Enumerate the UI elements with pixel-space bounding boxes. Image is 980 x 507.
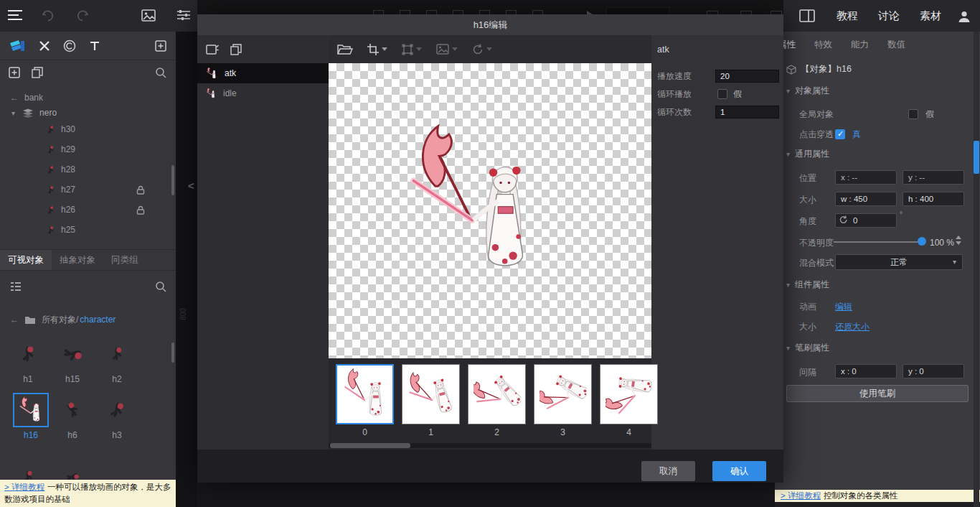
image-panel-icon[interactable]: [141, 9, 156, 22]
breadcrumb-current[interactable]: character: [80, 315, 116, 325]
frame-thumb-4[interactable]: [600, 364, 658, 424]
new-animation-icon[interactable]: [206, 44, 219, 55]
sprite-cell[interactable]: h6: [50, 393, 95, 440]
tree-group-row[interactable]: ▾ nero: [0, 105, 176, 121]
dialog-title-bar[interactable]: h16编辑: [197, 14, 783, 35]
field-label: 不透明度: [799, 237, 834, 249]
position-x-input[interactable]: x : --: [835, 170, 897, 185]
lock-icon: [136, 205, 145, 215]
filmstrip-scrollbar-track[interactable]: [329, 443, 651, 448]
section-title: 笔刷属性: [795, 342, 829, 354]
right-scrollbar-track[interactable]: [974, 32, 979, 507]
tree-item[interactable]: h26: [0, 200, 176, 220]
section-component-properties[interactable]: 组件属性: [786, 279, 829, 291]
breadcrumb-root[interactable]: 所有对象/: [42, 314, 78, 326]
rotate-tool[interactable]: [472, 44, 492, 55]
opacity-slider-knob[interactable]: [918, 237, 926, 246]
tree-item[interactable]: h30: [0, 119, 176, 139]
section-object-properties[interactable]: 对象属性: [786, 85, 829, 97]
animation-item-idle[interactable]: idle: [197, 83, 329, 103]
tutorial-link[interactable]: > 详细教程: [781, 491, 821, 500]
section-common-properties[interactable]: 通用属性: [786, 148, 829, 160]
link-tutorial[interactable]: 教程: [837, 9, 858, 23]
section-brush-properties[interactable]: 笔刷属性: [786, 342, 829, 354]
click-through-checkbox[interactable]: [835, 129, 845, 139]
cancel-button[interactable]: 取消: [641, 461, 695, 481]
sliders-icon[interactable]: [176, 9, 191, 21]
duplicate-animation-icon[interactable]: [230, 44, 242, 55]
search-icon[interactable]: [155, 67, 166, 78]
animation-tool-icon[interactable]: [9, 39, 26, 53]
back-arrow-icon[interactable]: ←: [10, 315, 19, 325]
reader-panel-icon[interactable]: [799, 9, 815, 22]
user-account-icon[interactable]: [957, 9, 971, 24]
tab-same-type-group[interactable]: 同类组: [103, 250, 146, 270]
undo-icon[interactable]: [42, 9, 55, 22]
width-input[interactable]: w : 450: [835, 192, 897, 206]
tab-visible-objects[interactable]: 可视对象: [0, 250, 52, 270]
position-y-input[interactable]: y : --: [903, 170, 964, 185]
chevron-down-icon: ▾: [11, 109, 15, 117]
right-scrollbar-thumb[interactable]: [974, 141, 979, 174]
tree-item[interactable]: h25: [0, 220, 176, 240]
rotate-reset-icon[interactable]: [839, 215, 848, 224]
checkbox-value: 真: [852, 129, 861, 141]
opacity-spinner[interactable]: [956, 236, 961, 245]
tab-effects[interactable]: 特效: [814, 39, 832, 51]
property-tabs: 属性 特效 能力 数值: [778, 39, 905, 51]
link-assets[interactable]: 素材: [920, 9, 941, 23]
gap-x-input[interactable]: x : 0: [835, 364, 897, 378]
animation-item-atk[interactable]: atk: [197, 63, 329, 83]
open-file-icon[interactable]: [337, 44, 353, 55]
loop-checkbox[interactable]: [717, 89, 727, 99]
sprite-cell[interactable]: h3: [95, 393, 139, 440]
loop-count-input[interactable]: 1: [715, 106, 779, 118]
link-discussion[interactable]: 讨论: [878, 9, 900, 23]
global-object-checkbox[interactable]: [908, 109, 918, 119]
height-input[interactable]: h : 400: [903, 192, 964, 206]
gap-y-input[interactable]: y : 0: [903, 364, 964, 378]
add-panel-icon[interactable]: [155, 40, 166, 52]
filmstrip-scrollbar-thumb[interactable]: [330, 443, 410, 448]
use-brush-button[interactable]: 使用笔刷: [786, 385, 969, 402]
frame-thumb-3[interactable]: [534, 364, 592, 424]
image-tool[interactable]: [436, 44, 458, 55]
add-icon[interactable]: [9, 67, 20, 78]
sprite-cell-selected[interactable]: h16: [9, 393, 53, 440]
sprite-cell[interactable]: h2: [95, 337, 139, 384]
confirm-button[interactable]: 确认: [712, 461, 766, 481]
text-tool-icon[interactable]: [89, 40, 100, 52]
edit-animation-link[interactable]: 编辑: [835, 301, 852, 313]
tree-scrollbar-thumb[interactable]: [171, 165, 174, 195]
tab-values[interactable]: 数值: [887, 39, 905, 51]
tab-abstract-objects[interactable]: 抽象对象: [52, 250, 103, 270]
transform-tool[interactable]: [402, 44, 422, 55]
grid-scrollbar-thumb[interactable]: [171, 343, 174, 363]
copyright-tool-icon[interactable]: [63, 39, 76, 52]
frame-thumb-0[interactable]: [336, 364, 394, 424]
field-label: 大小: [799, 194, 816, 206]
frame-canvas[interactable]: [329, 63, 651, 358]
restore-size-link[interactable]: 还原大小: [835, 321, 870, 333]
tree-back-row[interactable]: ← bank: [0, 90, 176, 105]
field-label: 混合模式: [799, 257, 834, 269]
close-tool-icon[interactable]: [39, 40, 50, 52]
duplicate-icon[interactable]: [32, 67, 43, 78]
tree-item[interactable]: h28: [0, 159, 176, 180]
sprite-cell[interactable]: h1: [6, 337, 50, 384]
search-icon[interactable]: [155, 281, 166, 292]
list-view-icon[interactable]: [10, 282, 22, 292]
tree-item[interactable]: h29: [0, 139, 176, 159]
blend-mode-select[interactable]: 正常: [835, 254, 963, 270]
frame-thumb-1[interactable]: [402, 364, 460, 424]
play-speed-input[interactable]: 20: [715, 70, 779, 83]
tree-item[interactable]: h27: [0, 180, 176, 200]
frame-thumb-2[interactable]: [468, 364, 526, 424]
hamburger-menu-icon[interactable]: [7, 9, 23, 21]
tutorial-link[interactable]: > 详细教程: [4, 483, 44, 491]
crop-tool[interactable]: [367, 44, 387, 55]
redo-icon[interactable]: [76, 9, 89, 22]
tab-ability[interactable]: 能力: [851, 39, 869, 51]
sprite-cell[interactable]: h15: [50, 337, 95, 384]
opacity-slider-track[interactable]: [834, 241, 924, 243]
